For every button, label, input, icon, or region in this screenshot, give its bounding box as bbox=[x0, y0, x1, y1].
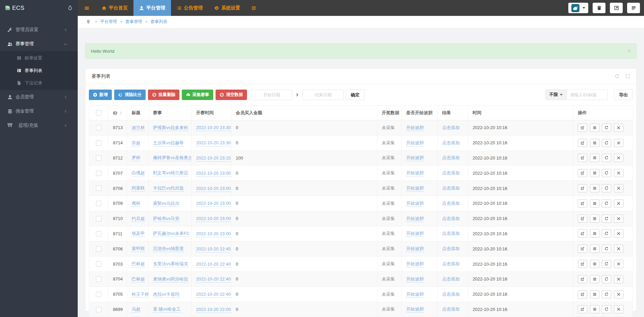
detail-list-button[interactable] bbox=[590, 290, 599, 298]
wave-link[interactable]: 开始波胆 bbox=[406, 216, 424, 222]
match-link[interactable]: 基 辅vs哈金工 bbox=[153, 307, 181, 313]
start-time-link[interactable]: 2022-10-20 23:00 bbox=[196, 216, 231, 222]
sidebar-item-commission-manage[interactable]: 佣金管理 bbox=[0, 104, 78, 118]
menu-list-button[interactable] bbox=[627, 3, 640, 13]
edit-button[interactable] bbox=[578, 184, 587, 192]
delete-row-button[interactable] bbox=[614, 275, 623, 283]
title-link[interactable]: 乌超 bbox=[131, 307, 140, 313]
wave-link[interactable]: 开始波胆 bbox=[406, 186, 424, 192]
wave-link[interactable]: 开始波胆 bbox=[406, 261, 424, 267]
nav-item-system-settings[interactable]: 系统设置 bbox=[208, 0, 246, 16]
detail-list-button[interactable] bbox=[590, 215, 599, 223]
nav-item-platform-home[interactable]: 平台首页 bbox=[96, 0, 133, 16]
wave-link[interactable]: 开始波胆 bbox=[406, 140, 424, 146]
start-time-link[interactable]: 2022-10-20 22:40 bbox=[196, 292, 231, 298]
start-time-link[interactable]: 2022-10-20 22:00 bbox=[196, 307, 231, 313]
result-link[interactable]: 点击添加 bbox=[442, 246, 460, 251]
sidebar-subitem-match-list[interactable]: 赛事列表 bbox=[0, 64, 78, 77]
breadcrumb-link[interactable]: 赛事列表 bbox=[150, 19, 167, 24]
detail-list-button[interactable] bbox=[590, 275, 599, 283]
sidebar-item-admin-settings[interactable]: 管理员设置 bbox=[0, 23, 78, 37]
row-checkbox[interactable] bbox=[96, 201, 101, 206]
edit-button[interactable] bbox=[578, 154, 587, 162]
start-date-input[interactable] bbox=[251, 90, 292, 100]
delete-row-button[interactable] bbox=[614, 199, 623, 208]
title-link[interactable]: 塞甲联 bbox=[131, 246, 145, 252]
detail-list-button[interactable] bbox=[590, 260, 599, 268]
delete-row-button[interactable] bbox=[614, 215, 623, 223]
match-link[interactable]: 土尔库vs拉赫蒂 bbox=[153, 140, 184, 146]
detail-list-button[interactable] bbox=[590, 245, 599, 253]
delete-row-button[interactable] bbox=[614, 260, 623, 268]
title-link[interactable]: 科王子杯 bbox=[131, 292, 148, 298]
result-link[interactable]: 点击添加 bbox=[442, 307, 460, 312]
nav-item-platform-manage[interactable]: 平台管理 bbox=[133, 0, 171, 16]
start-time-link[interactable]: 2022-10-20 22:40 bbox=[196, 262, 231, 268]
match-link[interactable]: 杰拉vs卡兹玛 bbox=[153, 292, 179, 298]
wave-link[interactable]: 开始波胆 bbox=[406, 307, 424, 313]
sidebar-subitem-odds-settings[interactable]: 赔率设置 bbox=[0, 52, 78, 64]
result-link[interactable]: 点击添加 bbox=[442, 155, 460, 160]
search-input[interactable] bbox=[567, 90, 608, 100]
refresh-row-button[interactable] bbox=[602, 215, 611, 223]
detail-list-button[interactable] bbox=[590, 124, 599, 132]
batch-delete-button[interactable]: 批量删除 bbox=[148, 90, 179, 100]
row-checkbox[interactable] bbox=[96, 140, 101, 146]
alert-close-button[interactable]: × bbox=[628, 48, 631, 54]
start-time-link[interactable]: 2022-10-20 23:00 bbox=[196, 231, 231, 237]
wave-link[interactable]: 开始波胆 bbox=[406, 155, 424, 161]
end-date-input[interactable] bbox=[302, 90, 344, 100]
title-link[interactable]: 波兰杯 bbox=[131, 125, 145, 131]
result-link[interactable]: 点击添加 bbox=[442, 276, 460, 282]
refresh-row-button[interactable] bbox=[602, 124, 611, 132]
delete-row-button[interactable] bbox=[614, 154, 623, 162]
start-time-link[interactable]: 2022-10-20 23:30 bbox=[196, 125, 231, 131]
refresh-row-button[interactable] bbox=[602, 275, 611, 283]
detail-list-button[interactable] bbox=[590, 184, 599, 192]
row-checkbox[interactable] bbox=[96, 186, 101, 191]
breadcrumb-link[interactable]: 赛事管理 bbox=[125, 19, 142, 24]
refresh-row-button[interactable] bbox=[602, 290, 611, 298]
add-button[interactable]: 新增 bbox=[89, 90, 112, 100]
sort-icon[interactable] bbox=[119, 111, 123, 115]
sidebar-item-withdraw-recharge[interactable]: ₩提现/充值 bbox=[0, 118, 78, 132]
result-link[interactable]: 点击添加 bbox=[442, 216, 460, 221]
wave-link[interactable]: 开始波胆 bbox=[406, 292, 424, 298]
match-link[interactable]: 萨瓦赫尔vs未来FC bbox=[153, 231, 190, 237]
refresh-row-button[interactable] bbox=[602, 229, 611, 238]
edit-button[interactable] bbox=[578, 124, 587, 132]
delete-row-button[interactable] bbox=[614, 245, 623, 253]
refresh-panel-icon[interactable] bbox=[615, 74, 619, 79]
refresh-row-button[interactable] bbox=[602, 245, 611, 253]
wave-link[interactable]: 开始波胆 bbox=[406, 231, 424, 237]
row-checkbox[interactable] bbox=[96, 276, 101, 282]
refresh-row-button[interactable] bbox=[602, 184, 611, 192]
row-checkbox[interactable] bbox=[96, 216, 101, 221]
confirm-button[interactable]: 确定 bbox=[346, 90, 365, 100]
wave-link[interactable]: 开始波胆 bbox=[406, 276, 424, 283]
row-checkbox[interactable] bbox=[96, 231, 101, 237]
delete-row-button[interactable] bbox=[614, 169, 623, 177]
row-checkbox[interactable] bbox=[96, 155, 101, 161]
edit-button[interactable] bbox=[578, 260, 587, 268]
start-time-link[interactable]: 2022-10-20 23:00 bbox=[196, 186, 231, 192]
result-link[interactable]: 点击添加 bbox=[442, 140, 460, 145]
refresh-row-button[interactable] bbox=[602, 199, 611, 208]
row-checkbox[interactable] bbox=[96, 246, 101, 252]
result-link[interactable]: 点击添加 bbox=[442, 170, 460, 175]
title-link[interactable]: 芬超 bbox=[131, 140, 140, 146]
delete-row-button[interactable] bbox=[614, 124, 623, 132]
nav-item-announcement-manage[interactable]: 公告管理 bbox=[171, 0, 208, 16]
row-checkbox[interactable] bbox=[96, 307, 101, 312]
row-checkbox[interactable] bbox=[96, 292, 101, 297]
refresh-row-button[interactable] bbox=[602, 169, 611, 177]
title-link[interactable]: 巴林超 bbox=[131, 276, 145, 283]
title-link[interactable]: 约旦超 bbox=[131, 216, 145, 222]
wave-link[interactable]: 开始波胆 bbox=[406, 170, 424, 176]
row-checkbox[interactable] bbox=[96, 125, 101, 130]
edit-button[interactable] bbox=[578, 215, 587, 223]
edit-button[interactable] bbox=[578, 290, 587, 298]
start-time-link[interactable]: 2022-10-20 23:00 bbox=[196, 171, 231, 177]
refresh-row-button[interactable] bbox=[602, 139, 611, 147]
detail-list-button[interactable] bbox=[590, 199, 599, 208]
